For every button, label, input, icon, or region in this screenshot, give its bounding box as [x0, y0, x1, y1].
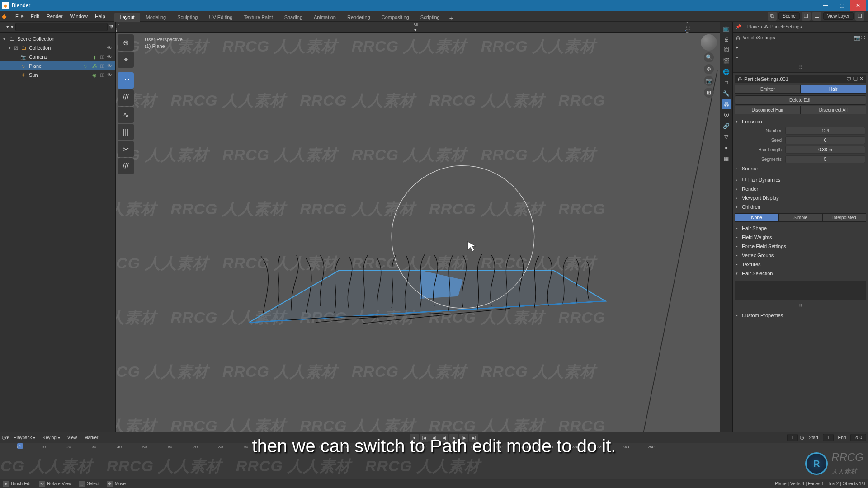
timeline-playback[interactable]: Playback ▾ [11, 435, 38, 440]
tab-sculpting[interactable]: Sculpting [172, 13, 203, 22]
children-none-button[interactable]: None [735, 213, 778, 222]
unlink-button[interactable]: ✕ [859, 76, 863, 82]
menu-help[interactable]: Help [91, 14, 109, 19]
tool-comb[interactable]: 〰 [118, 72, 134, 89]
snap-toggle[interactable]: ⧉ [414, 22, 421, 27]
outliner-display-dropdown[interactable]: ▾ [11, 24, 14, 30]
tool-add[interactable]: ∿ [118, 107, 134, 123]
tab-modeling[interactable]: Modeling [141, 13, 172, 22]
outliner-search-input[interactable] [15, 23, 108, 31]
tab-texture[interactable]: Texture Paint [238, 13, 278, 22]
timeline-keying[interactable]: Keying ▾ [40, 435, 62, 440]
section-hairdynamics[interactable]: ▸☐Hair Dynamics [736, 175, 865, 184]
ptab-constraints[interactable]: 🔗 [722, 121, 731, 131]
viewport-canvas[interactable]: User Perspective (1) Plane ⊕ ⌖ 〰 /// ∿ |… [116, 33, 720, 432]
frame-dropdown[interactable]: ◷ [800, 435, 804, 441]
emission-hairlength-field[interactable]: 0.38 m [785, 146, 865, 154]
scene-new-button[interactable]: ❏ [802, 12, 811, 21]
emission-segments-field[interactable]: 5 [785, 155, 865, 163]
disconnect-hair-button[interactable]: Disconnect Hair [735, 106, 801, 114]
add-particle-system-button[interactable]: + [736, 45, 738, 50]
ptab-world[interactable]: 🌐 [722, 67, 731, 77]
section-emission[interactable]: ▾Emission [736, 117, 865, 126]
add-workspace-button[interactable]: + [446, 14, 457, 22]
breadcrumb-object[interactable]: Plane [747, 24, 759, 29]
tab-scripting[interactable]: Scripting [415, 13, 445, 22]
hide-icon[interactable]: �⃠ [99, 63, 105, 69]
menu-edit[interactable]: Edit [27, 14, 43, 19]
section-source[interactable]: ▸Source [736, 164, 865, 173]
section-customprops[interactable]: ▸Custom Properties [736, 311, 865, 320]
children-interp-button[interactable]: Interpolated [822, 213, 866, 222]
visibility-icon[interactable]: 👁 [106, 72, 113, 78]
tool-cursor[interactable]: ⌖ [118, 52, 134, 68]
visibility-icon[interactable]: 👁 [106, 45, 113, 51]
ptab-physics[interactable]: ⦿ [722, 110, 731, 120]
ptab-render[interactable]: 📺 [722, 23, 731, 33]
tool-cut[interactable]: ✂ [118, 141, 134, 157]
ptab-material[interactable]: ● [722, 143, 731, 153]
ptab-texture[interactable]: ▦ [722, 154, 731, 164]
outliner-item-plane[interactable]: ▽ Plane ▽ ⁂ �⃠👁 [0, 61, 115, 70]
new-datablock-button[interactable]: ❏ [853, 76, 858, 82]
ptab-mesh[interactable]: ▽ [722, 132, 731, 142]
outliner-filter-button[interactable]: ⧩ [109, 24, 113, 30]
tool-length[interactable]: ||| [118, 124, 134, 140]
ptab-modifiers[interactable]: 🔧 [722, 89, 731, 99]
emission-number-field[interactable]: 124 [785, 127, 865, 135]
tool-select[interactable]: ⊕ [118, 34, 134, 51]
visibility-icon[interactable]: 👁 [106, 63, 113, 69]
outliner-mode-dropdown[interactable]: ☰▾ [2, 24, 9, 30]
section-vertexgroups[interactable]: ▸Vertex Groups [736, 251, 865, 260]
tool-smooth[interactable]: /// [118, 89, 134, 106]
sel-mode-point[interactable]: ⁘ [116, 22, 149, 28]
section-hairselection[interactable]: ▾Hair Selection [736, 269, 865, 278]
ptab-particles[interactable]: ⁂ [722, 99, 731, 109]
tab-shading[interactable]: Shading [279, 13, 308, 22]
snap-dropdown[interactable]: ▾ [414, 27, 421, 33]
hairselection-list[interactable] [735, 281, 866, 300]
hide-icon[interactable]: �⃠ [99, 72, 105, 78]
outliner-item-sun[interactable]: ☀ Sun ◉ �⃠👁 [0, 70, 115, 80]
ptab-viewlayer[interactable]: 🖼 [722, 45, 731, 55]
outliner-scene-collection[interactable]: ▾🗀 Scene Collection [0, 34, 115, 43]
end-frame-field[interactable]: 250 [850, 434, 866, 441]
hide-icon[interactable]: �⃠ [99, 54, 105, 60]
delete-edit-button[interactable]: Delete Edit [735, 95, 866, 105]
type-emitter-button[interactable]: Emitter [735, 85, 801, 94]
tab-compositing[interactable]: Compositing [376, 13, 415, 22]
pan-gizmo[interactable]: ✥ [704, 64, 714, 74]
timeline-marker[interactable]: Marker [81, 435, 101, 440]
close-button[interactable]: ✕ [850, 0, 866, 11]
scene-field[interactable]: Scene [778, 12, 799, 20]
viewlayer-new-button[interactable]: ❏ [855, 12, 864, 21]
breadcrumb-particle[interactable]: ParticleSettings [770, 24, 802, 29]
current-frame-field[interactable]: 1 [787, 434, 798, 441]
outliner-item-camera[interactable]: 📷 Camera ▮ �⃠👁 [0, 52, 115, 61]
type-hair-button[interactable]: Hair [801, 85, 867, 94]
render-toggle-icon[interactable]: 📷 [854, 35, 860, 41]
disconnect-all-button[interactable]: Disconnect All [801, 106, 867, 114]
tab-layout[interactable]: Layout [114, 13, 140, 22]
emission-seed-field[interactable]: 0 [785, 136, 865, 144]
children-simple-button[interactable]: Simple [778, 213, 822, 222]
menu-render[interactable]: Render [43, 14, 66, 19]
camera-gizmo[interactable]: 📷 [704, 76, 714, 86]
particle-system-item[interactable]: ⁂ ParticleSettings 📷 🖵 [733, 33, 868, 42]
section-fieldweights[interactable]: ▸Field Weights [736, 233, 865, 242]
remove-particle-system-button[interactable]: − [736, 55, 738, 60]
zoom-gizmo[interactable]: 🔍 [704, 52, 714, 62]
start-frame-field[interactable]: 1 [823, 434, 834, 441]
perspective-gizmo[interactable]: ⊞ [704, 88, 714, 98]
viewlayer-field[interactable]: View Layer [823, 12, 854, 20]
fake-user-button[interactable]: 🛡 [846, 76, 851, 82]
xray-toggle[interactable]: ⬚ [686, 24, 720, 30]
tab-rendering[interactable]: Rendering [342, 13, 376, 22]
particle-settings-name-field[interactable]: ⁂ ParticleSettings.001 🛡 ❏ ✕ [735, 75, 866, 83]
nav-gizmo[interactable] [701, 34, 717, 51]
section-render[interactable]: ▸Render [736, 184, 865, 193]
ptab-object[interactable]: □ [722, 78, 731, 88]
timeline-view[interactable]: View [65, 435, 80, 440]
minimize-button[interactable]: — [817, 0, 834, 11]
display-toggle-icon[interactable]: 🖵 [860, 35, 865, 40]
